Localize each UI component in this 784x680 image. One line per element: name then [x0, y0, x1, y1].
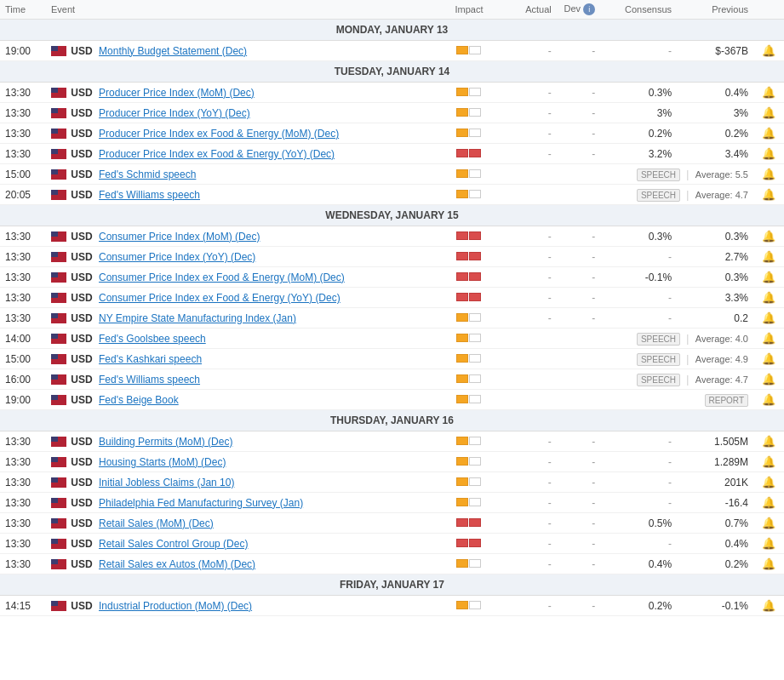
event-name-link[interactable]: Consumer Price Index (MoM) (Dec) [99, 231, 260, 243]
bell-icon[interactable]: 🔔 [762, 127, 775, 140]
actual-value: - [502, 288, 557, 308]
actual-value: - [502, 513, 557, 534]
bell-cell[interactable]: 🔔 [753, 83, 784, 103]
previous-value: 0.4% [677, 534, 753, 554]
bell-cell[interactable]: 🔔 [753, 349, 784, 369]
flag-us [51, 559, 66, 569]
bell-icon[interactable]: 🔔 [762, 599, 775, 612]
bell-cell[interactable]: 🔔 [753, 369, 784, 390]
bell-alert-icon[interactable]: 🔔 [762, 476, 775, 489]
event-time: 15:00 [0, 164, 46, 185]
bell-icon[interactable]: 🔔 [762, 188, 775, 201]
event-time: 13:30 [0, 513, 46, 534]
event-name-link[interactable]: Fed's Kashkari speech [99, 353, 202, 365]
bell-icon[interactable]: 🔔 [762, 332, 775, 345]
event-name-link[interactable]: NY Empire State Manufacturing Index (Jan… [99, 312, 296, 324]
event-info: USD Consumer Price Index ex Food & Energ… [46, 288, 436, 308]
value-dash: - [592, 558, 595, 570]
previous-value: -0.1% [677, 596, 753, 616]
bell-icon[interactable]: 🔔 [762, 106, 775, 119]
bell-cell[interactable]: 🔔 [753, 288, 784, 308]
bell-cell[interactable]: 🔔 [753, 308, 784, 329]
event-time: 13:30 [0, 144, 46, 164]
event-name-link[interactable]: Producer Price Index ex Food & Energy (M… [99, 128, 339, 140]
bell-icon[interactable]: 🔔 [762, 86, 775, 99]
bell-icon[interactable]: 🔔 [762, 435, 775, 448]
bell-cell[interactable]: 🔔 [753, 164, 784, 185]
event-name-link[interactable]: Housing Starts (MoM) (Dec) [99, 456, 226, 468]
bell-icon[interactable]: 🔔 [762, 496, 775, 509]
bell-cell[interactable]: 🔔 [753, 103, 784, 123]
impact-cell [436, 41, 501, 61]
event-name-link[interactable]: Consumer Price Index (YoY) (Dec) [99, 251, 255, 263]
event-name-link[interactable]: Philadelphia Fed Manufacturing Survey (J… [99, 497, 303, 509]
bell-icon[interactable]: 🔔 [762, 455, 775, 468]
event-name-link[interactable]: Producer Price Index (MoM) (Dec) [99, 87, 255, 99]
bell-cell[interactable]: 🔔 [753, 452, 784, 472]
value-dash: - [548, 45, 552, 57]
bell-icon[interactable]: 🔔 [762, 250, 775, 263]
bell-cell[interactable]: 🔔 [753, 41, 784, 61]
bell-cell[interactable]: 🔔 [753, 431, 784, 452]
bell-cell[interactable]: 🔔 [753, 554, 784, 574]
impact-cell [436, 247, 501, 267]
bell-cell[interactable]: 🔔 [753, 513, 784, 534]
bell-cell[interactable]: 🔔 [753, 144, 784, 164]
consensus-value: 0.2% [600, 123, 677, 144]
bell-icon[interactable]: 🔔 [762, 311, 775, 324]
value: 0.3% [649, 87, 672, 99]
bell-icon[interactable]: 🔔 [762, 373, 775, 386]
bell-icon[interactable]: 🔔 [762, 230, 775, 243]
bell-icon[interactable]: 🔔 [762, 537, 775, 550]
consensus-value: - [600, 534, 677, 554]
event-name-link[interactable]: Building Permits (MoM) (Dec) [99, 436, 232, 448]
event-name-link[interactable]: Fed's Williams speech [99, 374, 200, 386]
bell-icon[interactable]: 🔔 [762, 147, 775, 160]
bell-cell[interactable]: 🔔 [753, 534, 784, 554]
bell-icon[interactable]: 🔔 [762, 557, 775, 570]
previous-value: 2.7% [677, 247, 753, 267]
event-name-link[interactable]: Producer Price Index ex Food & Energy (Y… [99, 148, 335, 160]
event-name-link[interactable]: Producer Price Index (YoY) (Dec) [99, 107, 250, 119]
bell-cell[interactable]: 🔔 [753, 123, 784, 144]
dev-value: - [557, 554, 600, 574]
bell-cell[interactable]: 🔔 [753, 596, 784, 616]
event-name-link[interactable]: Consumer Price Index ex Food & Energy (Y… [99, 292, 340, 304]
bell-cell[interactable]: 🔔 [753, 493, 784, 513]
impact-cell [436, 308, 501, 329]
bell-cell[interactable]: 🔔 [753, 267, 784, 288]
event-name-link[interactable]: Consumer Price Index ex Food & Energy (M… [99, 271, 345, 283]
event-name-link[interactable]: Fed's Schmid speech [99, 169, 196, 180]
value: 0.2% [725, 128, 748, 140]
bell-cell[interactable]: 🔔 [753, 390, 784, 410]
bell-icon[interactable]: 🔔 [762, 168, 775, 180]
bell-alert-icon[interactable]: 🔔 [762, 517, 775, 529]
event-name-link[interactable]: Industrial Production (MoM) (Dec) [99, 600, 252, 612]
event-name-link[interactable]: Fed's Goolsbee speech [99, 333, 206, 345]
event-name-link[interactable]: Retail Sales ex Autos (MoM) (Dec) [99, 558, 255, 570]
event-time: 13:30 [0, 267, 46, 288]
bell-cell[interactable]: 🔔 [753, 247, 784, 267]
bell-icon[interactable]: 🔔 [762, 352, 775, 365]
event-name-link[interactable]: Fed's Beige Book [99, 394, 179, 406]
event-name-link[interactable]: Retail Sales Control Group (Dec) [99, 538, 248, 550]
flag-us [51, 129, 66, 139]
event-name-link[interactable]: Fed's Williams speech [99, 189, 200, 201]
bell-icon[interactable]: 🔔 [762, 393, 775, 406]
previous-value: 0.3% [677, 267, 753, 288]
event-row: 16:00 USD Fed's Williams speech SPEECH |… [0, 369, 784, 390]
bell-alert-icon[interactable]: 🔔 [762, 291, 775, 304]
event-name-link[interactable]: Monthly Budget Statement (Dec) [99, 45, 247, 57]
bell-cell[interactable]: 🔔 [753, 472, 784, 493]
impact-cell [436, 226, 501, 247]
bell-cell[interactable]: 🔔 [753, 226, 784, 247]
bell-cell[interactable]: 🔔 [753, 185, 784, 205]
bell-icon[interactable]: 🔔 [762, 44, 775, 57]
event-name-link[interactable]: Initial Jobless Claims (Jan 10) [99, 477, 234, 489]
dev-info-icon[interactable]: i [583, 3, 595, 15]
value-dash: - [592, 436, 595, 448]
bell-cell[interactable]: 🔔 [753, 329, 784, 349]
bell-icon[interactable]: 🔔 [762, 271, 775, 283]
event-name-link[interactable]: Retail Sales (MoM) (Dec) [99, 517, 214, 529]
col-event: Event [46, 0, 436, 20]
